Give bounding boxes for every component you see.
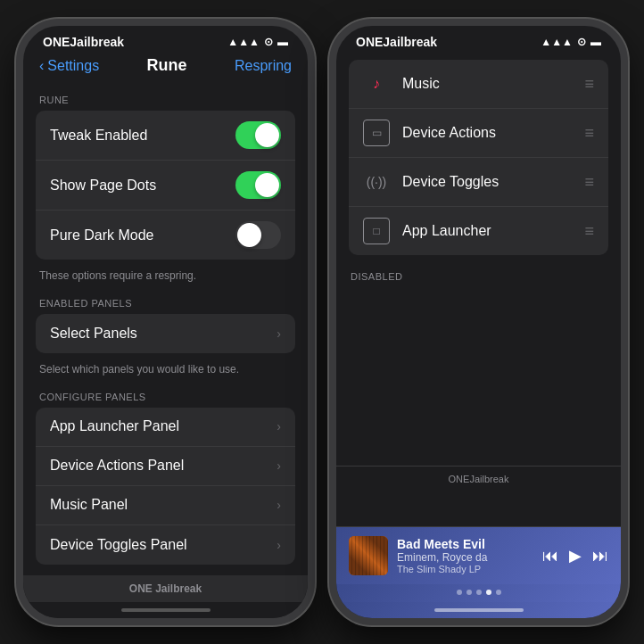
tweak-enabled-label: Tweak Enabled [50, 128, 147, 144]
status-icons-right: ▲▲▲ ⊙ ▬ [541, 36, 601, 48]
next-track-icon[interactable]: ⏭ [592, 547, 608, 566]
device-toggles-label: Device Toggles [402, 174, 584, 190]
select-panels-chevron-icon: › [277, 326, 281, 341]
music-info: Bad Meets Evil Eminem, Royce da The Slim… [397, 537, 533, 574]
nav-bar-left: ‹ Settings Rune Respring [23, 53, 308, 82]
device-actions-panel-row[interactable]: Device Actions Panel › [36, 447, 295, 486]
show-page-dots-row[interactable]: Show Page Dots [36, 161, 295, 211]
chevron-icon: › [277, 538, 281, 552]
device-actions-label: Device Actions [402, 125, 584, 141]
music-controls: ⏮ ▶ ⏭ [542, 546, 608, 566]
status-bar-right: ONEJailbreak ▲▲▲ ⊙ ▬ [336, 26, 621, 53]
album-art [349, 536, 388, 575]
right-phone: ONEJailbreak ▲▲▲ ⊙ ▬ ♪ Music ≡ ▭ Device … [329, 19, 628, 625]
wifi-icon-right: ⊙ [577, 36, 586, 48]
signal-icon: ▲▲▲ [227, 36, 260, 48]
disabled-section-label: DISABLED [336, 259, 621, 287]
pure-dark-mode-toggle[interactable] [235, 221, 281, 249]
pure-dark-mode-row[interactable]: Pure Dark Mode [36, 211, 295, 260]
disabled-area [336, 287, 621, 466]
music-title: Bad Meets Evil [397, 537, 533, 551]
app-launcher-label: App Launcher [402, 223, 584, 239]
device-toggles-icon: ((·)) [363, 169, 390, 195]
music-player: Bad Meets Evil Eminem, Royce da The Slim… [336, 526, 621, 584]
tweak-enabled-row[interactable]: Tweak Enabled [36, 111, 295, 161]
configure-helper: Configure options for each panel. [23, 568, 308, 575]
device-toggles-panel-label: Device Toggles Panel [50, 537, 187, 553]
handle-icon-app-launcher: ≡ [584, 223, 594, 239]
list-item-music[interactable]: ♪ Music ≡ [349, 60, 608, 109]
home-indicator-right [336, 602, 621, 618]
back-arrow-icon: ‹ [39, 58, 44, 74]
pure-dark-mode-label: Pure Dark Mode [50, 227, 154, 244]
left-phone: ONEJailbreak ▲▲▲ ⊙ ▬ ‹ Settings Rune Res… [16, 19, 315, 625]
show-page-dots-toggle[interactable] [235, 171, 281, 199]
dot-2 [466, 590, 472, 595]
list-item-device-toggles[interactable]: ((·)) Device Toggles ≡ [349, 158, 608, 207]
signal-icon-right: ▲▲▲ [541, 36, 573, 48]
chevron-icon: › [277, 458, 281, 473]
music-icon: ♪ [363, 70, 390, 97]
app-launcher-panel-row[interactable]: App Launcher Panel › [36, 408, 295, 447]
select-panels-group: Select Panels › [36, 314, 295, 353]
select-panels-row[interactable]: Select Panels › [36, 314, 295, 353]
panels-helper: Select which panels you would like to us… [23, 357, 308, 379]
app-name-left: ONEJailbreak [43, 35, 124, 49]
section-rune: RUNE [23, 82, 308, 111]
chevron-icon: › [277, 419, 281, 433]
device-actions-icon: ▭ [363, 120, 390, 146]
dot-3 [476, 590, 482, 595]
respring-note: These options require a respring. [23, 263, 308, 285]
enabled-items-group: ♪ Music ≡ ▭ Device Actions ≡ ((·)) Devic… [349, 60, 608, 255]
respring-button[interactable]: Respring [235, 58, 292, 74]
list-item-app-launcher[interactable]: □ App Launcher ≡ [349, 207, 608, 255]
left-phone-content: RUNE Tweak Enabled Show Page Dots Pure D… [23, 82, 308, 575]
configure-panels-group: App Launcher Panel › Device Actions Pane… [36, 408, 295, 565]
music-album: The Slim Shady LP [397, 564, 533, 574]
nav-title: Rune [147, 56, 187, 75]
music-artist: Eminem, Royce da [397, 551, 533, 564]
music-panel-row[interactable]: Music Panel › [36, 486, 295, 525]
right-phone-content: ♪ Music ≡ ▭ Device Actions ≡ ((·)) Devic… [336, 53, 621, 526]
section-configure: CONFIGURE PANELS [23, 379, 308, 408]
handle-icon-device-actions: ≡ [584, 125, 594, 141]
device-actions-panel-label: Device Actions Panel [50, 458, 184, 474]
play-pause-icon[interactable]: ▶ [569, 546, 582, 566]
home-indicator-left [23, 602, 308, 618]
rune-toggles-group: Tweak Enabled Show Page Dots Pure Dark M… [36, 111, 295, 260]
app-launcher-icon: □ [363, 218, 390, 244]
status-icons-left: ▲▲▲ ⊙ ▬ [227, 36, 288, 48]
bottom-label-right: ONEJailbreak [336, 466, 621, 491]
select-panels-label: Select Panels [50, 326, 137, 342]
battery-icon: ▬ [277, 36, 288, 48]
bottom-label-left: ONE Jailbreak [129, 582, 202, 595]
back-label: Settings [47, 58, 99, 74]
music-label: Music [402, 76, 584, 92]
back-button[interactable]: ‹ Settings [39, 58, 99, 74]
page-dots [336, 584, 621, 602]
home-bar-right [434, 608, 524, 612]
app-name-right: ONEJailbreak [356, 35, 437, 49]
chevron-icon: › [277, 498, 281, 512]
dot-1 [457, 590, 462, 595]
handle-icon-device-toggles: ≡ [584, 174, 594, 190]
handle-icon-music: ≡ [584, 76, 594, 92]
home-bar [121, 608, 211, 612]
dot-4 [486, 590, 491, 595]
battery-icon-right: ▬ [590, 36, 601, 48]
app-launcher-panel-label: App Launcher Panel [50, 418, 179, 434]
previous-track-icon[interactable]: ⏮ [542, 547, 558, 566]
device-toggles-panel-row[interactable]: Device Toggles Panel › [36, 525, 295, 565]
tweak-enabled-toggle[interactable] [235, 121, 281, 149]
dot-5 [496, 590, 501, 595]
list-item-device-actions[interactable]: ▭ Device Actions ≡ [349, 109, 608, 158]
status-bar-left: ONEJailbreak ▲▲▲ ⊙ ▬ [23, 26, 308, 53]
show-page-dots-label: Show Page Dots [50, 178, 156, 194]
music-panel-label: Music Panel [50, 497, 128, 513]
wifi-icon: ⊙ [264, 36, 273, 48]
section-panels: ENABLED PANELS [23, 285, 308, 314]
